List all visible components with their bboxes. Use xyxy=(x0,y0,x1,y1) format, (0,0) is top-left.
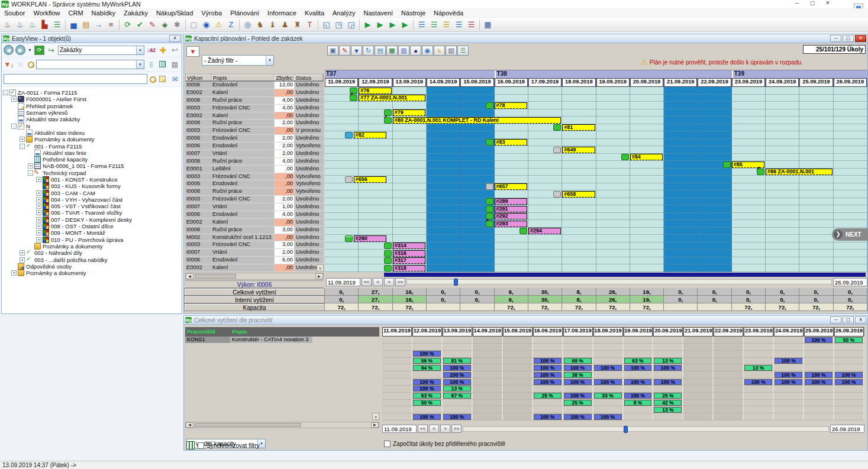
utilization-cell[interactable]: 100 % xyxy=(654,365,682,371)
task-row[interactable]: I0006Erodování6,00Uvolněno xyxy=(185,257,324,264)
date-header-cell[interactable]: 21.09.2019 xyxy=(664,78,697,87)
task-table-hscrollbar[interactable]: ◄ ► xyxy=(185,273,324,280)
nav-prev-button[interactable]: < xyxy=(429,425,439,433)
utilization-cell[interactable]: 100 % xyxy=(775,379,802,385)
plan-4-icon[interactable]: ☰ xyxy=(453,19,465,31)
workstation-row[interactable]: KONS1Konstruktér - CATIA4 xyxy=(185,337,284,344)
task-table-scroll-down-icon[interactable]: ∨ xyxy=(317,264,324,271)
task-row[interactable]: I0007Vrtání1,00Uvolněno xyxy=(185,203,324,211)
task-row[interactable]: I0003Frézování CNC,00Vytvořeno xyxy=(185,173,324,181)
utilization-cell[interactable]: 100 % xyxy=(805,337,832,343)
task-row[interactable]: I0003Frézování CNC3,00Uvolněno xyxy=(185,241,324,249)
utilization-cell[interactable]: 100 % xyxy=(594,414,622,420)
stock-2-icon[interactable]: ♝ xyxy=(266,19,279,31)
workload-hscrollbar[interactable]: ◄ ► xyxy=(185,422,379,428)
utilization-cell[interactable]: 100 % xyxy=(534,379,562,385)
utilization-cell[interactable]: 13 % xyxy=(744,365,772,371)
edit-icon[interactable]: ✎ xyxy=(339,46,350,56)
date-header-cell[interactable]: 13.09.2019 xyxy=(393,78,426,87)
workload-date-cell[interactable]: 16.09.2019 xyxy=(533,327,563,337)
critical-icon[interactable]: ϟ xyxy=(434,46,445,56)
mail-icon[interactable]: ✉ xyxy=(170,75,180,84)
capacity-maximize-button[interactable]: ▢ xyxy=(843,35,854,42)
menu-item-8[interactable]: Informace xyxy=(263,8,301,18)
tree-expander-icon[interactable]: + xyxy=(36,197,41,202)
stock-1-icon[interactable]: ♞ xyxy=(254,19,266,31)
resources-icon[interactable]: ◉ xyxy=(422,46,433,56)
gantt-bar[interactable]: #318 xyxy=(393,265,425,271)
utilization-cell[interactable]: 13 % xyxy=(443,386,471,392)
utilization-cell[interactable]: 94 % xyxy=(413,365,441,371)
utilization-cell[interactable]: 25 % xyxy=(564,400,592,406)
utilization-cell[interactable]: 100 % xyxy=(835,379,863,385)
utilization-cell[interactable]: 100 % xyxy=(443,379,471,385)
date-slider-thumb[interactable] xyxy=(624,426,628,433)
workflow-teal-icon[interactable]: ♨ xyxy=(26,19,38,31)
chevron-down-icon[interactable]: ▾ xyxy=(136,46,144,54)
workload-date-cell[interactable]: 24.09.2019 xyxy=(774,327,804,337)
tree-item[interactable]: +F0000001 - Atelier Fürst xyxy=(3,96,182,102)
utilization-cell[interactable]: 33 % xyxy=(594,393,622,399)
utilization-cell[interactable]: 100 % xyxy=(835,372,863,378)
refresh-icon[interactable]: ↻ xyxy=(363,46,374,56)
utilization-cell[interactable]: 56 % xyxy=(413,358,441,364)
minimize-button[interactable]: ─ xyxy=(789,0,805,8)
forward-doc-icon[interactable]: → xyxy=(92,19,105,31)
info-icon[interactable]: ● xyxy=(410,46,421,56)
task-row[interactable]: I0008Ruční práce3,00Uvolněno xyxy=(185,227,324,234)
stamp-icon[interactable]: ◈ xyxy=(159,19,171,31)
utilization-cell[interactable]: 100 % xyxy=(624,393,652,399)
workload-date-cell[interactable]: 17.09.2019 xyxy=(563,327,593,337)
page-prev-icon[interactable]: ◱ xyxy=(320,19,333,31)
task-row[interactable]: I0008Ruční práce4,00Uvolněno xyxy=(185,158,324,166)
gantt-bar[interactable]: #656 xyxy=(354,176,386,183)
utilization-cell[interactable]: 100 % xyxy=(775,372,802,378)
date-header-cell[interactable]: 17.09.2019 xyxy=(528,78,562,87)
nav-next-button[interactable]: > xyxy=(440,425,450,433)
task-row[interactable]: I0003Frézování CNC4,00Uvolněno xyxy=(185,105,324,112)
run-2-icon[interactable]: ▶ xyxy=(374,19,386,31)
menu-item-13[interactable]: Nápověda xyxy=(430,8,467,18)
hscroll-thumb[interactable] xyxy=(195,274,236,279)
date-header-cell[interactable]: 16.09.2019 xyxy=(495,78,528,87)
refresh-icon[interactable]: ⟳ xyxy=(34,46,44,55)
workload-date-cell[interactable]: 21.09.2019 xyxy=(683,327,713,337)
tree-item[interactable]: +001 - KONST - Konstrukce xyxy=(3,176,182,183)
gantt-bar[interactable]: #649 xyxy=(562,147,595,153)
gantt-bar[interactable]: #291 xyxy=(495,206,527,212)
scroll-left-icon[interactable]: ◄ xyxy=(186,422,193,428)
utilization-cell[interactable]: 100 % xyxy=(805,372,832,378)
utilization-cell[interactable]: 63 % xyxy=(413,393,441,399)
utilization-cell[interactable]: 100 % xyxy=(443,365,471,371)
menu-item-0[interactable]: Soubor xyxy=(0,8,29,18)
tree-expander-icon[interactable]: - xyxy=(28,170,33,176)
gantt-bar[interactable]: #292 xyxy=(495,213,527,219)
workload-scroll-down-icon[interactable]: ∨ xyxy=(372,413,379,420)
list-icon[interactable]: ≡ xyxy=(105,19,117,31)
utilization-cell[interactable]: 100 % xyxy=(624,379,652,385)
info-icon[interactable]: ◉ xyxy=(200,19,212,31)
utilization-cell[interactable]: 100 % xyxy=(534,358,562,364)
nav-to-date[interactable]: 26.09.2019 xyxy=(833,278,867,286)
run-4-icon[interactable]: ▶ xyxy=(399,19,411,31)
hscroll-thumb[interactable] xyxy=(195,423,301,427)
board-icon[interactable]: ▦ xyxy=(482,19,494,31)
gantt-bar[interactable]: #78 xyxy=(495,102,527,109)
menu-item-10[interactable]: Analýzy xyxy=(328,8,360,18)
gantt-bar[interactable]: #293↗ xyxy=(495,221,527,227)
tree-item[interactable]: -001 - Forma F2115 xyxy=(3,143,182,149)
tree-item[interactable]: +003 - CAM - CAM xyxy=(3,189,182,196)
gantt-bar[interactable]: #79 xyxy=(393,109,425,116)
utilization-cell[interactable]: 100 % xyxy=(564,393,592,399)
utilization-cell[interactable]: 25 % xyxy=(534,393,562,399)
search-go-icon[interactable] xyxy=(149,76,156,83)
utilization-cell[interactable]: 100 % xyxy=(564,414,592,420)
task-row[interactable]: I0007Vrtání2,00Uvolněno xyxy=(185,150,324,158)
plan-3-icon[interactable]: ☰ xyxy=(440,19,453,31)
gantt-bar[interactable]: #294 xyxy=(528,228,561,234)
view-icon[interactable]: ▣ xyxy=(327,46,338,56)
utilization-cell[interactable]: 100 % xyxy=(744,379,772,385)
tree-expander-icon[interactable]: + xyxy=(36,210,41,215)
gantt-bar[interactable]: #317 xyxy=(393,257,425,264)
easyview-close-button[interactable]: ✕ xyxy=(169,35,180,42)
